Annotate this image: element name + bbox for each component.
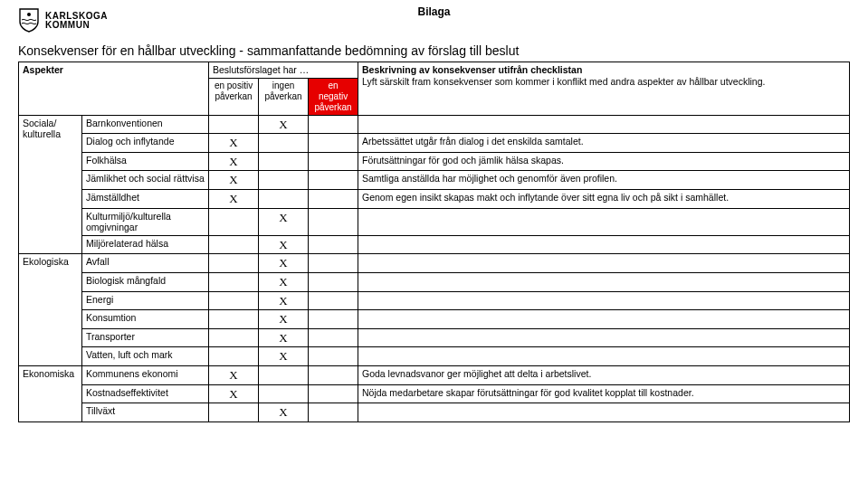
cell-pos bbox=[209, 328, 259, 347]
cell-desc bbox=[358, 235, 850, 254]
cell-none: X bbox=[259, 403, 309, 422]
col-none: ingen påverkan bbox=[259, 78, 309, 115]
row-label: Transporter bbox=[82, 328, 209, 347]
cell-desc bbox=[358, 208, 850, 235]
cell-desc: Goda levnadsvanor ger möjlighet att delt… bbox=[358, 365, 850, 384]
cell-pos: X bbox=[209, 189, 259, 208]
cell-desc bbox=[358, 291, 850, 310]
cell-neg bbox=[309, 235, 358, 254]
row-label: Tillväxt bbox=[82, 403, 209, 422]
cell-none: X bbox=[259, 208, 309, 235]
table-row: Jämlikhet och social rättvisa X Samtliga… bbox=[19, 171, 850, 190]
table-row: Konsumtion X bbox=[19, 310, 850, 329]
row-label: Kulturmiljö/kulturella omgivningar bbox=[82, 208, 209, 235]
cell-neg bbox=[309, 384, 358, 403]
row-label: Vatten, luft och mark bbox=[82, 347, 209, 366]
cell-none bbox=[259, 189, 309, 208]
cell-pos: X bbox=[209, 171, 259, 190]
cell-desc: Genom egen insikt skapas makt och inflyt… bbox=[358, 189, 850, 208]
table-row: Ekologiska Avfall X bbox=[19, 254, 850, 273]
cell-pos: X bbox=[209, 152, 259, 171]
row-label: Kostnadseffektivitet bbox=[82, 384, 209, 403]
cell-desc bbox=[358, 347, 850, 366]
cell-neg bbox=[309, 272, 358, 291]
cell-desc: Samtliga anställda har möjlighet och gen… bbox=[358, 171, 850, 190]
cell-pos: X bbox=[209, 365, 259, 384]
row-label: Kommunens ekonomi bbox=[82, 365, 209, 384]
col-proposal: Beslutsförslaget har … bbox=[209, 62, 358, 79]
cell-none: X bbox=[259, 272, 309, 291]
group-econ: Ekonomiska bbox=[19, 365, 82, 421]
cell-neg bbox=[309, 152, 358, 171]
table-row: Ekonomiska Kommunens ekonomi X Goda levn… bbox=[19, 365, 850, 384]
cell-none: X bbox=[259, 310, 309, 329]
cell-neg bbox=[309, 291, 358, 310]
row-label: Folkhälsa bbox=[82, 152, 209, 171]
table-row: Sociala/ kulturella Barnkonventionen X bbox=[19, 115, 850, 134]
row-label: Jämställdhet bbox=[82, 189, 209, 208]
row-label: Miljörelaterad hälsa bbox=[82, 235, 209, 254]
cell-neg bbox=[309, 310, 358, 329]
col-positive: en positiv påverkan bbox=[209, 78, 259, 115]
cell-none bbox=[259, 365, 309, 384]
cell-pos bbox=[209, 403, 259, 422]
cell-none: X bbox=[259, 347, 309, 366]
table-row: Tillväxt X bbox=[19, 403, 850, 422]
table-row: Dialog och inflytande X Arbetssättet utg… bbox=[19, 134, 850, 153]
cell-neg bbox=[309, 347, 358, 366]
org-name-line2: KOMMUN bbox=[45, 21, 108, 31]
table-row: Miljörelaterad hälsa X bbox=[19, 235, 850, 254]
table-row: Folkhälsa X Förutsättningar för god och … bbox=[19, 152, 850, 171]
svg-point-0 bbox=[27, 13, 31, 16]
cell-neg bbox=[309, 115, 358, 134]
group-eco: Ekologiska bbox=[19, 254, 82, 366]
cell-pos: X bbox=[209, 384, 259, 403]
cell-none bbox=[259, 152, 309, 171]
cell-pos bbox=[209, 235, 259, 254]
table-row: Biologisk mångfald X bbox=[19, 272, 850, 291]
desc-title: Beskrivning av konsekvenser utifrån chec… bbox=[362, 64, 582, 75]
cell-desc: Nöjda medarbetare skapar förutsättningar… bbox=[358, 384, 850, 403]
cell-desc bbox=[358, 403, 850, 422]
col-description: Beskrivning av konsekvenser utifrån chec… bbox=[358, 62, 850, 116]
cell-desc bbox=[358, 254, 850, 273]
cell-desc bbox=[358, 115, 850, 134]
cell-none: X bbox=[259, 328, 309, 347]
org-logo: KARLSKOGA KOMMUN bbox=[18, 7, 108, 34]
cell-none: X bbox=[259, 115, 309, 134]
col-negative: en negativ påverkan bbox=[309, 78, 358, 115]
row-label: Jämlikhet och social rättvisa bbox=[82, 171, 209, 190]
cell-pos bbox=[209, 208, 259, 235]
cell-pos bbox=[209, 115, 259, 134]
cell-none bbox=[259, 171, 309, 190]
cell-desc bbox=[358, 310, 850, 329]
impact-table: Aspekter Beslutsförslaget har … Beskrivn… bbox=[18, 62, 850, 422]
cell-none bbox=[259, 134, 309, 153]
cell-neg bbox=[309, 403, 358, 422]
cell-none: X bbox=[259, 235, 309, 254]
row-label: Barnkonventionen bbox=[82, 115, 209, 134]
cell-desc bbox=[358, 328, 850, 347]
cell-pos: X bbox=[209, 134, 259, 153]
cell-pos bbox=[209, 272, 259, 291]
group-social: Sociala/ kulturella bbox=[19, 115, 82, 254]
cell-neg bbox=[309, 189, 358, 208]
cell-desc bbox=[358, 272, 850, 291]
cell-none bbox=[259, 384, 309, 403]
row-label: Konsumtion bbox=[82, 310, 209, 329]
page-title: Konsekvenser för en hållbar utveckling -… bbox=[18, 43, 850, 58]
shield-icon bbox=[18, 7, 40, 34]
col-aspekter: Aspekter bbox=[19, 62, 209, 116]
table-row: Kostnadseffektivitet X Nöjda medarbetare… bbox=[19, 384, 850, 403]
cell-neg bbox=[309, 328, 358, 347]
cell-neg bbox=[309, 208, 358, 235]
cell-none: X bbox=[259, 254, 309, 273]
cell-neg bbox=[309, 254, 358, 273]
row-label: Biologisk mångfald bbox=[82, 272, 209, 291]
cell-pos bbox=[209, 254, 259, 273]
row-label: Avfall bbox=[82, 254, 209, 273]
table-row: Vatten, luft och mark X bbox=[19, 347, 850, 366]
table-row: Jämställdhet X Genom egen insikt skapas … bbox=[19, 189, 850, 208]
cell-pos bbox=[209, 347, 259, 366]
cell-neg bbox=[309, 171, 358, 190]
